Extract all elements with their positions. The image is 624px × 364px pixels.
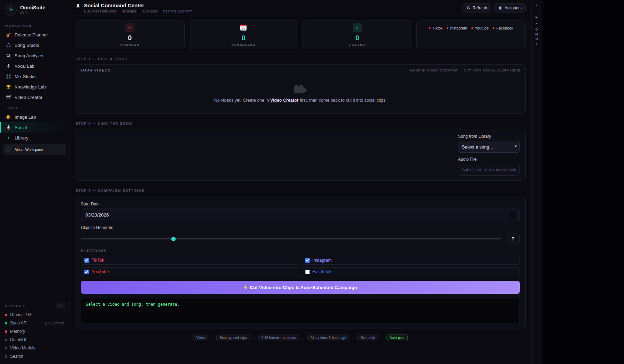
legend-label: Instagram: [450, 26, 467, 30]
legend-label: Facebook: [497, 26, 513, 30]
legend-label: Youtube: [475, 26, 489, 30]
platform-checkbox-tiktok[interactable]: [84, 258, 89, 263]
slider-thumb[interactable]: [171, 237, 176, 241]
app-logo-avatar: [5, 4, 17, 16]
song-select[interactable]: Select a song...: [458, 141, 520, 153]
song-library-label: Song from Library: [458, 134, 520, 139]
refresh-button[interactable]: Refresh: [463, 3, 491, 12]
sidebar-item-label: Album Workspace: [15, 148, 43, 152]
audio-file-input[interactable]: [458, 164, 520, 176]
service-name: Omni / LLM: [10, 312, 32, 317]
platform-checkbox-youtube[interactable]: [84, 270, 89, 274]
clips-count-input[interactable]: [506, 234, 520, 244]
service-name: Memory: [10, 329, 25, 334]
calendar-icon[interactable]: [511, 213, 515, 217]
status-dot-icon: ●: [447, 26, 449, 30]
legend-item-tiktok: ● Tiktok: [429, 26, 443, 30]
play-icon[interactable]: ▶: [535, 16, 538, 19]
platform-instagram[interactable]: Instagram: [302, 256, 520, 265]
sidebar: OmniSuite v3.0 WORKSPACE Release Planner…: [0, 0, 69, 364]
rocket-icon: [6, 125, 11, 130]
sidebar-item-label: Knowledge Lab: [15, 84, 46, 90]
service-row-memory: Memory: [0, 327, 69, 336]
videos-empty-state: No videos yet. Create one in Video Creat…: [75, 76, 525, 113]
legend-item-youtube: ● Youtube: [471, 26, 489, 30]
step-2-label: STEP 2 — LINK THE SONG: [76, 122, 525, 126]
service-name: ComfyUI: [10, 337, 26, 342]
service-name: Suno API: [10, 321, 27, 325]
start-date-value: 03/23/2026: [85, 212, 109, 218]
close-icon[interactable]: ×: [535, 3, 538, 8]
video-camera-icon: [294, 87, 304, 93]
refresh-icon: [59, 304, 63, 308]
stats-row: ⚠ 0 OVERDUE 17 0 SCHEDULED ✓ 0 POSTED: [75, 20, 526, 49]
audio-file-label: Audio File: [458, 157, 520, 162]
legend-label: Tiktok: [433, 26, 443, 30]
stat-value-overdue: 0: [128, 34, 132, 42]
sidebar-item-library[interactable]: ♪ Library: [0, 133, 69, 143]
sidebar-item-knowledge-lab[interactable]: Knowledge Lab: [0, 82, 69, 92]
empty-text-pre: No videos yet. Create one in: [214, 98, 270, 103]
platform-label: TikTok: [92, 258, 104, 263]
app-logo-row: OmniSuite v3.0: [0, 3, 69, 20]
pipeline-step: Video: [193, 335, 208, 341]
sidebar-item-label: Song Analyzer: [15, 53, 44, 58]
status-dot-gray: [5, 347, 7, 349]
trophy-icon: [6, 84, 11, 90]
generate-campaign-button[interactable]: Cut Video into Clips & Auto-Schedule Cam…: [81, 281, 520, 294]
clips-label: Clips to Generate: [81, 225, 520, 230]
pipeline-step-autopost: Auto-post: [386, 335, 408, 341]
video-creator-link[interactable]: Video Creator: [270, 98, 299, 103]
sidebar-item-release-planner[interactable]: Release Planner: [0, 29, 69, 40]
sidebar-item-image-lab[interactable]: Image Lab: [0, 112, 69, 122]
sidebar-item-song-analyzer[interactable]: Song Analyzer: [0, 50, 69, 61]
platform-grid: TikTok Instagram YouTube Facebook: [81, 256, 520, 276]
platform-checkbox-facebook[interactable]: [305, 270, 310, 274]
song-panel: Song from Library Select a song... ▾ Aud…: [75, 129, 526, 181]
generate-campaign-label: Cut Video into Clips & Auto-Schedule Cam…: [250, 285, 357, 290]
sidebar-item-mix-studio[interactable]: Mix Studio: [0, 71, 69, 82]
right-edge-bar: × ▶ ● OMNI: [531, 0, 542, 364]
refresh-icon: [467, 6, 471, 10]
services-refresh-button[interactable]: [57, 303, 65, 309]
service-row-comfyui: ComfyUI: [0, 336, 69, 344]
sidebar-item-social[interactable]: Social: [0, 122, 69, 133]
sidebar-item-song-studio[interactable]: Song Studio: [0, 40, 69, 50]
step-3-label: STEP 3 — CAMPAIGN SETTINGS: [76, 189, 525, 193]
gear-icon: [498, 6, 502, 10]
stat-label-scheduled: SCHEDULED: [231, 43, 256, 46]
status-dot-icon: ●: [429, 26, 431, 30]
sidebar-item-vocal-lab[interactable]: Vocal Lab: [0, 61, 69, 71]
refresh-label: Refresh: [473, 6, 487, 10]
platform-youtube[interactable]: YouTube: [81, 267, 299, 276]
platform-facebook[interactable]: Facebook: [302, 267, 520, 276]
slider-track[interactable]: [81, 238, 501, 239]
stat-card-posted: ✓ 0 POSTED: [302, 20, 412, 49]
step-1-label: STEP 1 — PICK A VIDEO: [76, 57, 525, 61]
service-credits: 1000 credits: [44, 321, 64, 325]
microphone-icon: [6, 63, 11, 69]
stat-card-scheduled: 17 0 SCHEDULED: [189, 20, 299, 49]
status-dot-red: [5, 330, 7, 333]
service-name: Video Models: [10, 346, 35, 350]
sidebar-item-album-workspace[interactable]: Album Workspace: [3, 144, 66, 155]
lightning-bolt-icon: [243, 285, 247, 290]
videos-empty-text: No videos yet. Create one in Video Creat…: [214, 98, 387, 103]
videos-panel: YOUR VIDEOS MADE IN VIDEO CREATOR → CUT …: [75, 64, 526, 114]
start-date-input[interactable]: 03/23/2026: [81, 209, 520, 221]
clips-slider[interactable]: [81, 236, 501, 241]
platform-tiktok[interactable]: TikTok: [81, 256, 299, 265]
platform-label: Instagram: [313, 258, 332, 263]
check-icon: ✓: [353, 23, 362, 32]
sidebar-item-label: Social: [15, 125, 27, 130]
legend-item-instagram: ● Instagram: [447, 26, 467, 30]
app-window: OmniSuite v3.0 WORKSPACE Release Planner…: [0, 0, 542, 364]
accounts-button[interactable]: Accounts: [494, 3, 526, 12]
calendar-icon: 17: [239, 23, 248, 32]
sidebar-item-video-creator[interactable]: Video Creator: [0, 92, 69, 102]
status-console: Select a video and song, then generate.: [81, 298, 520, 323]
warning-icon: ⚠: [125, 23, 134, 32]
section-label-tools: TOOLS: [0, 102, 69, 112]
sidebar-item-label: Vocal Lab: [15, 64, 34, 69]
platform-checkbox-instagram[interactable]: [305, 258, 310, 263]
